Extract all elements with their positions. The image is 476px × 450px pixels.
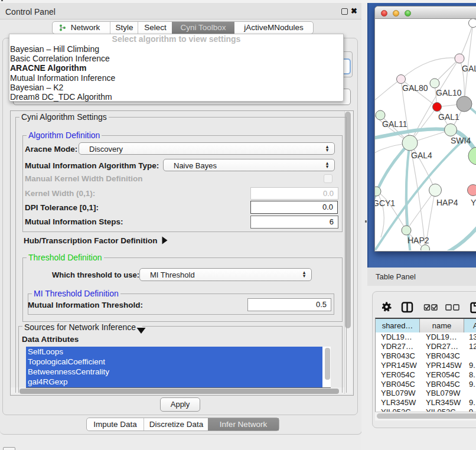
- svg-text:GAL4: GAL4: [411, 151, 432, 160]
- svg-text:Y: Y: [471, 198, 476, 207]
- svg-text:HAP2: HAP2: [407, 236, 429, 245]
- svg-text:GAL80: GAL80: [402, 83, 428, 93]
- svg-text:SWI4: SWI4: [451, 136, 471, 145]
- svg-text:GAL11: GAL11: [382, 119, 407, 129]
- svg-text:HAP4: HAP4: [436, 198, 458, 207]
- svg-text:GAL7: GAL7: [462, 64, 476, 73]
- svg-text:GAL10: GAL10: [436, 88, 462, 97]
- svg-text:GAL1: GAL1: [438, 112, 459, 122]
- svg-text:GCY1: GCY1: [375, 198, 395, 208]
